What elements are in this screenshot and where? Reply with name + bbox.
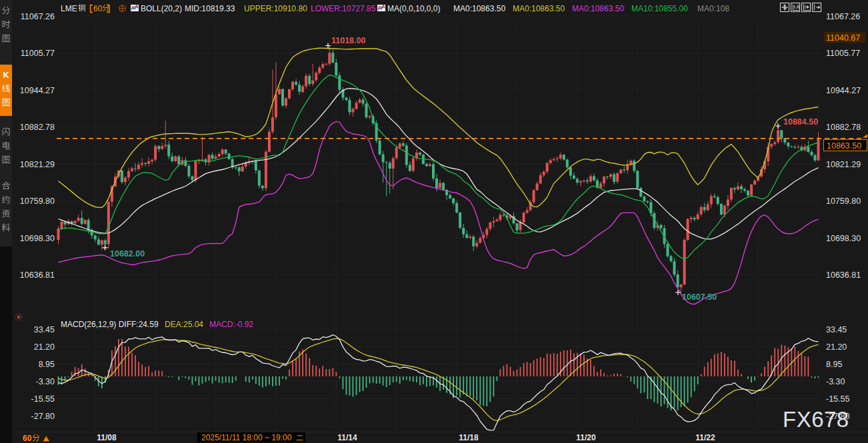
svg-text:K: K — [3, 71, 9, 80]
svg-text:FX678: FX678 — [783, 407, 849, 432]
svg-text:MID:10819.33: MID:10819.33 — [185, 4, 235, 13]
svg-text:MA(0,0,10,0,0): MA(0,0,10,0,0) — [387, 4, 440, 13]
svg-text:33.45: 33.45 — [34, 325, 55, 334]
svg-text:-3.30: -3.30 — [826, 377, 845, 386]
svg-text:10821.29: 10821.29 — [826, 160, 861, 169]
svg-text:10882.78: 10882.78 — [20, 123, 55, 132]
svg-text:10884.50: 10884.50 — [783, 117, 818, 127]
svg-text:MACD:-0.92: MACD:-0.92 — [209, 320, 253, 329]
svg-text:10698.30: 10698.30 — [826, 234, 861, 243]
svg-text:BOLL(20,2): BOLL(20,2) — [141, 4, 182, 13]
svg-text:11005.77: 11005.77 — [21, 49, 55, 58]
svg-text:33.45: 33.45 — [826, 325, 847, 334]
svg-text:11/20: 11/20 — [576, 433, 596, 442]
svg-text:-27.80: -27.80 — [31, 412, 55, 421]
svg-text:10882.78: 10882.78 — [826, 123, 861, 132]
svg-text:MA0:10863.50: MA0:10863.50 — [513, 4, 565, 13]
svg-text:MA0:10863.50: MA0:10863.50 — [453, 4, 505, 13]
svg-text:10607.50: 10607.50 — [682, 292, 717, 302]
svg-text:2025/11/11 18:00 ~ 19:00: 2025/11/11 18:00 ~ 19:00 — [201, 433, 292, 442]
svg-text:21.20: 21.20 — [34, 342, 55, 352]
svg-text:MA0:10863.50: MA0:10863.50 — [572, 4, 624, 13]
svg-text:10636.81: 10636.81 — [20, 270, 55, 280]
svg-text:21.20: 21.20 — [826, 342, 847, 352]
svg-text:LOWER:10727.85: LOWER:10727.85 — [311, 4, 376, 13]
svg-text:MA10:10855.00: MA10:10855.00 — [631, 4, 688, 13]
svg-text:-15.55: -15.55 — [826, 394, 849, 404]
svg-text:8.95: 8.95 — [39, 360, 55, 369]
svg-text:10682.00: 10682.00 — [110, 249, 145, 258]
svg-text:11005.77: 11005.77 — [826, 49, 860, 58]
svg-text:10759.80: 10759.80 — [826, 197, 861, 206]
svg-text:-15.55: -15.55 — [31, 394, 55, 404]
svg-text:MA0:108: MA0:108 — [697, 4, 729, 13]
svg-text:11067.26: 11067.26 — [826, 12, 860, 21]
svg-text:8.95: 8.95 — [826, 360, 842, 369]
svg-text:DEA:25.04: DEA:25.04 — [165, 320, 203, 329]
svg-text:LME: LME — [61, 4, 77, 13]
svg-text:10944.27: 10944.27 — [20, 86, 55, 95]
svg-text:10636.81: 10636.81 — [826, 270, 861, 280]
svg-text:11/08: 11/08 — [97, 433, 117, 442]
svg-text:10863.50: 10863.50 — [827, 141, 861, 151]
svg-text:11018.00: 11018.00 — [331, 36, 365, 45]
svg-text:60: 60 — [23, 434, 32, 443]
svg-text:11/14: 11/14 — [337, 433, 357, 442]
svg-text:UPPER:10910.80: UPPER:10910.80 — [244, 4, 307, 13]
svg-text:MACD(26,12,9) DIFF:24.59: MACD(26,12,9) DIFF:24.59 — [61, 320, 159, 329]
svg-text:10759.80: 10759.80 — [20, 197, 55, 206]
svg-text:11/22: 11/22 — [695, 433, 715, 442]
svg-text:11040.67: 11040.67 — [826, 33, 860, 43]
svg-text:11/18: 11/18 — [459, 433, 479, 442]
svg-text:10698.30: 10698.30 — [20, 234, 55, 243]
svg-text:10944.27: 10944.27 — [826, 86, 861, 95]
svg-text:60: 60 — [93, 4, 103, 13]
svg-text:11067.26: 11067.26 — [21, 12, 55, 21]
svg-text:-3.30: -3.30 — [36, 377, 55, 386]
svg-text:10821.29: 10821.29 — [20, 160, 55, 169]
